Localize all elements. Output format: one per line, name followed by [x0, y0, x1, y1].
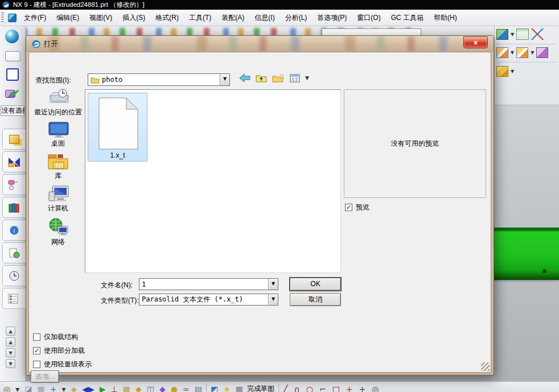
file-list[interactable]: 1.x_t — [85, 89, 341, 273]
checker-image-icon[interactable]: ▩ — [236, 383, 243, 392]
part-list-icon[interactable] — [516, 28, 529, 40]
tab-internet-explorer[interactable]: i — [2, 220, 26, 241]
dialog-titlebar[interactable]: 打开 x — [26, 36, 494, 52]
tab-clock-history[interactable] — [2, 265, 26, 286]
bowtie-icon[interactable]: ◀▶ — [82, 383, 94, 392]
add-plus-icon[interactable]: + — [50, 383, 57, 392]
menu-item-edit[interactable]: 编辑(E) — [51, 12, 84, 24]
assembly-constraints-icon[interactable] — [496, 66, 508, 77]
home-diamond-icon[interactable]: ◆ — [159, 383, 166, 392]
look-in-dropdown-button[interactable]: ▼ — [220, 74, 229, 85]
preview-checkbox[interactable]: ✓ — [345, 204, 352, 211]
node-icon[interactable]: ◫ — [147, 383, 154, 392]
sketch-circle-icon[interactable]: ○ — [306, 383, 313, 392]
move-object-dropdown-icon[interactable]: ▼ — [511, 50, 514, 55]
load-structure-only-row[interactable]: 仅加载结构 — [33, 332, 78, 342]
file-name-combobox[interactable]: ▼ — [139, 278, 278, 290]
ok-button[interactable]: OK — [290, 278, 341, 291]
tab-roles-palette[interactable] — [2, 288, 26, 309]
tab-reuse-library[interactable] — [2, 197, 26, 218]
file-name-dropdown-button[interactable]: ▼ — [268, 279, 278, 290]
assembly-dropdown-icon[interactable]: ▼ — [511, 69, 514, 74]
menu-item-assemblies[interactable]: 装配(A) — [216, 12, 249, 24]
menu-item-preferences[interactable]: 首选项(P) — [312, 12, 352, 24]
menu-item-analysis[interactable]: 分析(L) — [280, 12, 313, 24]
tab-part-navigator[interactable] — [2, 174, 26, 195]
link-icon[interactable]: ∞ — [183, 383, 190, 392]
sidebar-item-network[interactable]: 网络 — [33, 217, 83, 246]
sketch-target-icon[interactable]: ◎ — [372, 383, 379, 392]
menu-item-view[interactable]: 视图(V) — [84, 12, 117, 24]
window-titlebar[interactable]: NX 9 - 建模 - [Extruded24881.prt （修改的）] — [0, 0, 559, 10]
grid-cube-icon[interactable]: ▦ — [123, 383, 130, 392]
show-hide-dropdown-icon[interactable]: ▼ — [531, 50, 534, 55]
options-button[interactable]: 选项... — [31, 370, 59, 383]
image-icon[interactable]: ▦ — [37, 383, 44, 392]
new-folder-icon[interactable] — [272, 73, 285, 82]
use-partial-loading-checkbox[interactable]: ✓ — [33, 347, 40, 354]
load-structure-only-checkbox[interactable] — [33, 333, 40, 341]
use-lightweight-rep-checkbox[interactable] — [33, 361, 40, 368]
tab-constraint-navigator[interactable] — [2, 151, 26, 172]
menu-item-format[interactable]: 格式(R) — [150, 12, 184, 24]
preview-checkbox-row[interactable]: ✓ 预览 — [345, 203, 369, 212]
measure-distance-icon[interactable] — [536, 47, 548, 58]
cancel-button[interactable]: 取消 — [290, 293, 341, 306]
snap-dropdown-icon[interactable]: ▾ — [15, 383, 19, 392]
doc-pages-icon[interactable]: ▤ — [195, 383, 202, 392]
scroll-up-icon[interactable]: ▲ — [6, 327, 15, 336]
render-sphere-icon[interactable] — [5, 30, 19, 43]
dialog-resize-grip[interactable] — [481, 362, 490, 371]
view-menu-dropdown-icon[interactable]: ▼ — [305, 75, 309, 81]
sidebar-item-computer[interactable]: 计算机 — [33, 185, 83, 212]
extrude-cube-icon[interactable]: ◪ — [24, 383, 32, 392]
profile-flag-icon[interactable]: ◩ — [211, 383, 218, 392]
dialog-close-button[interactable]: x — [463, 36, 488, 48]
show-hide-icon[interactable] — [516, 47, 528, 58]
move-object-icon[interactable] — [496, 47, 508, 58]
look-in-combobox[interactable]: photo ▼ — [88, 73, 230, 86]
menu-item-window[interactable]: 窗口(O) — [352, 12, 385, 24]
finish-sketch-button[interactable]: 完成草图 — [247, 383, 274, 392]
file-type-dropdown-button[interactable]: ▼ — [268, 294, 278, 305]
sketch-rect-icon[interactable]: □ — [332, 383, 340, 392]
menu-item-insert[interactable]: 插入(S) — [117, 12, 150, 24]
menu-item-information[interactable]: 信息(I) — [249, 12, 280, 24]
menu-item-gc-toolbox[interactable]: GC 工具箱 — [386, 12, 429, 24]
up-one-level-icon[interactable] — [256, 73, 267, 82]
menu-item-file[interactable]: 文件(F) — [19, 12, 51, 24]
use-partial-loading-row[interactable]: ✓ 使用部分加载 — [33, 346, 85, 356]
tab-history[interactable] — [2, 242, 26, 263]
sketch-arc-icon[interactable]: ∩ — [294, 383, 299, 392]
plug-check-icon[interactable] — [5, 90, 15, 98]
menu-item-help[interactable]: 帮助(H) — [429, 12, 462, 24]
cube-icon[interactable]: ◆ — [135, 383, 142, 392]
lock-icon[interactable]: ● — [171, 383, 178, 392]
play-icon[interactable]: ▶ — [100, 383, 106, 392]
file-type-combobox[interactable]: Parasolid 文本文件 (*.x_t) ▼ — [139, 294, 278, 306]
scroll-up-alt-icon[interactable]: ▲ — [6, 337, 15, 346]
plus-dropdown-icon[interactable]: ▾ — [61, 383, 65, 392]
sketch-point-icon[interactable]: + — [346, 383, 353, 392]
star-icon[interactable]: ★ — [223, 383, 231, 392]
menu-item-tools[interactable]: 工具(T) — [184, 12, 216, 24]
menubar-grip[interactable] — [1, 12, 4, 23]
file-name-input[interactable] — [139, 279, 268, 289]
perpendicular-icon[interactable]: ⊥ — [111, 383, 118, 392]
sketch-plus-icon[interactable]: + — [359, 383, 366, 392]
view-orient-dropdown-icon[interactable]: ▼ — [511, 32, 514, 37]
bounding-box-icon[interactable] — [6, 68, 19, 81]
view-orient-icon[interactable] — [496, 29, 508, 40]
sidebar-item-libraries[interactable]: 库 — [33, 152, 83, 180]
tab-assembly-navigator[interactable] — [2, 129, 26, 150]
view-menu-icon[interactable] — [290, 74, 300, 82]
csys-icon[interactable] — [531, 28, 544, 40]
snap-point-icon[interactable]: ◎ — [3, 383, 10, 392]
cube-arrow-icon[interactable]: ◈ — [71, 383, 77, 392]
sidebar-item-desktop[interactable]: 桌面 — [33, 121, 83, 147]
use-lightweight-rep-row[interactable]: 使用轻量级表示 — [33, 360, 92, 369]
sketch-line-icon[interactable]: ╱ — [283, 383, 287, 392]
sketch-fillet-icon[interactable]: ⌐ — [319, 383, 326, 392]
back-icon[interactable] — [239, 73, 250, 82]
file-item-selected[interactable]: 1.x_t — [88, 93, 147, 162]
